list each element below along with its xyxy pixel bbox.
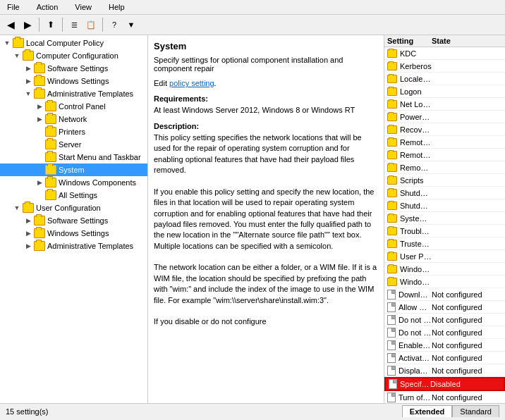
- row-label: Recovery: [400, 125, 432, 134]
- folder-row-user-profiles[interactable]: User Profiles: [384, 250, 505, 263]
- folder-icon: [387, 151, 397, 159]
- folder-row-system-restore[interactable]: System Restore: [384, 212, 505, 225]
- menu-file[interactable]: File: [3, 1, 24, 13]
- tree-item-local-computer-policy[interactable]: ▼ Local Computer Policy: [0, 37, 147, 49]
- folder-row-troubleshooting[interactable]: Troubleshooting and Diagnostics: [384, 225, 505, 237]
- folder-row-logon[interactable]: Logon: [384, 85, 505, 98]
- tree-label: Administrative Templates: [47, 89, 133, 98]
- folder-icon: [387, 252, 397, 261]
- folder-icon: [45, 178, 56, 187]
- policy-row-4[interactable]: Enable Persistent Time Stamp Not configu…: [384, 339, 505, 352]
- tree-item-control-panel[interactable]: ▶ Control Panel: [0, 100, 147, 113]
- folder-icon: [387, 214, 397, 223]
- policy-row-6[interactable]: Display Shutdown Event Tracker Not confi…: [384, 364, 505, 377]
- page-icon: [389, 379, 397, 389]
- show-hide-button[interactable]: ☰: [66, 17, 82, 32]
- tree-item-start-menu[interactable]: ▶ Start Menu and Taskbar: [0, 151, 147, 163]
- folder-row-tpm[interactable]: Trusted Platform Module Services: [384, 237, 505, 250]
- toggle-icon: ▼: [1, 37, 13, 49]
- tree-item-admin-templates-user[interactable]: ▶ Administrative Templates: [0, 240, 147, 252]
- policy-row-2[interactable]: Do not automatically encrypt files moved…: [384, 314, 505, 326]
- toggle-icon: ▼: [11, 50, 23, 61]
- folder-row-locale[interactable]: Locale Services: [384, 73, 505, 85]
- row-label: Download missing COM components: [398, 290, 432, 299]
- folder-row-recovery[interactable]: Recovery: [384, 123, 505, 136]
- row-label: System Restore: [400, 214, 432, 223]
- folder-row-net-logon[interactable]: Net Logon: [384, 98, 505, 111]
- row-label: Activate Shutdown Event Tracker System S…: [398, 354, 432, 362]
- toolbar-separator-3: [102, 18, 103, 32]
- tree-item-system[interactable]: ▶ System: [0, 163, 147, 176]
- folder-row-kdc[interactable]: KDC: [384, 47, 505, 60]
- export-button[interactable]: 📋: [83, 17, 99, 32]
- tree-item-all-settings[interactable]: ▶ All Settings: [0, 189, 147, 202]
- folder-icon: [387, 100, 397, 109]
- filter-button[interactable]: ▼: [123, 17, 139, 32]
- row-label: Locale Services: [400, 75, 432, 83]
- tree-label: Windows Settings: [47, 229, 109, 237]
- folder-row-power[interactable]: Power Management: [384, 111, 505, 123]
- folder-icon: [387, 49, 397, 58]
- tree-label: Windows Settings: [47, 77, 109, 85]
- folder-row-file-protection[interactable]: Windows File Protection: [384, 263, 505, 276]
- folder-row-kerberos[interactable]: Kerberos: [384, 60, 505, 73]
- row-label: Turn off Data Execution Prevention for H…: [398, 393, 432, 402]
- page-icon: [387, 290, 396, 299]
- menu-action[interactable]: Action: [32, 1, 63, 13]
- folder-row-remote-assist[interactable]: Remote Assistance: [384, 136, 505, 149]
- policy-row-1[interactable]: Allow Distributed Link Tracking clients …: [384, 301, 505, 314]
- help-button[interactable]: ?: [107, 17, 122, 32]
- page-icon: [387, 353, 396, 363]
- row-label: Remote Assistance: [400, 138, 432, 147]
- tree-item-admin-templates[interactable]: ▼ Administrative Templates: [0, 87, 147, 100]
- main-container: ▼ Local Computer Policy ▼ Computer Confi…: [0, 35, 505, 403]
- tree-item-windows-components[interactable]: ▶ Windows Components: [0, 176, 147, 189]
- tree-label: Server: [59, 140, 81, 149]
- tree-item-windows-settings-comp[interactable]: ▶ Windows Settings: [0, 75, 147, 87]
- policy-row-0[interactable]: Download missing COM components Not conf…: [384, 288, 505, 301]
- folder-icon: [45, 140, 56, 149]
- row-label: Logon: [400, 87, 432, 96]
- policy-setting-link[interactable]: policy setting: [169, 79, 214, 87]
- page-icon: [387, 302, 396, 312]
- row-label: Do not automatically encrypt files moved…: [398, 316, 432, 324]
- policy-row-5[interactable]: Activate Shutdown Event Tracker System S…: [384, 352, 505, 364]
- tab-extended[interactable]: Extended: [402, 405, 453, 417]
- policy-row-8[interactable]: Turn off Data Execution Prevention for H…: [384, 391, 505, 403]
- forward-button[interactable]: ▶: [20, 17, 35, 32]
- menu-view[interactable]: View: [71, 1, 96, 13]
- row-label: Power Management: [400, 113, 432, 121]
- settings-panel: Setting State KDC Kerberos Locale Servic…: [384, 35, 505, 403]
- tree-item-windows-settings-user[interactable]: ▶ Windows Settings: [0, 227, 147, 240]
- tree-label: All Settings: [59, 191, 97, 199]
- folder-icon: [45, 101, 56, 111]
- tab-standard[interactable]: Standard: [452, 405, 499, 417]
- folder-row-time-service[interactable]: Windows Time Service: [384, 276, 505, 288]
- tree-item-software-settings-comp[interactable]: ▶ Software Settings: [0, 62, 147, 75]
- folder-row-rpc[interactable]: Remote Procedure Call: [384, 149, 505, 161]
- tree-label: Windows Components: [59, 178, 136, 187]
- row-state: Not configured: [432, 303, 502, 311]
- policy-row-7-selected[interactable]: Specify settings for optional component …: [384, 377, 505, 391]
- policy-row-3[interactable]: Do not turn off system power after a Win…: [384, 326, 505, 339]
- tree-item-user-config[interactable]: ▼ User Configuration: [0, 202, 147, 214]
- tree-item-computer-config[interactable]: ▼ Computer Configuration: [0, 49, 147, 62]
- tree-item-printers[interactable]: ▶ Printers: [0, 125, 147, 138]
- folder-row-shutdown-options[interactable]: Shutdown Options: [384, 199, 505, 212]
- back-button[interactable]: ◀: [3, 17, 18, 32]
- folder-row-scripts[interactable]: Scripts: [384, 174, 505, 187]
- tree-item-server[interactable]: ▶ Server: [0, 138, 147, 151]
- folder-icon: [45, 190, 56, 200]
- folder-icon: [387, 227, 397, 235]
- status-count: 15 setting(s): [6, 407, 402, 416]
- tree-item-software-settings-user[interactable]: ▶ Software Settings: [0, 214, 147, 227]
- menu-help[interactable]: Help: [104, 1, 129, 13]
- folder-row-shutdown[interactable]: Shutdown: [384, 187, 505, 199]
- up-button[interactable]: ⬆: [43, 17, 59, 32]
- folder-row-removable[interactable]: Removable Storage Access: [384, 161, 505, 174]
- folder-icon: [387, 189, 397, 197]
- tree-label: Software Settings: [47, 216, 108, 225]
- row-label: Shutdown: [400, 189, 432, 197]
- tree-item-network[interactable]: ▶ Network: [0, 113, 147, 125]
- folder-icon: [23, 51, 34, 61]
